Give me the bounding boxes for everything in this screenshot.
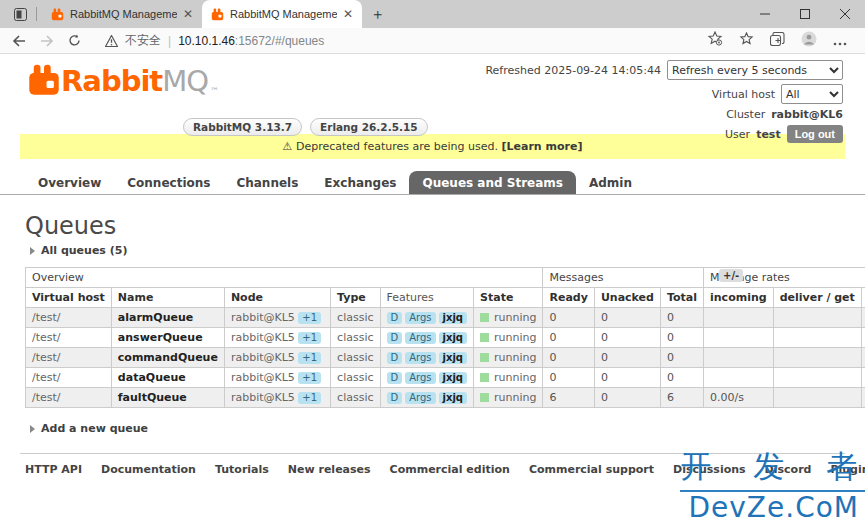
minimize-icon[interactable] [745, 0, 785, 28]
address-bar[interactable]: 不安全 | 10.10.1.46:15672/#/queues [105, 32, 707, 49]
tab-close-icon[interactable]: ✕ [343, 8, 353, 20]
queue-name-link[interactable]: answerQueue [111, 328, 224, 348]
tab-exchanges[interactable]: Exchanges [311, 171, 409, 194]
cluster-label: Cluster [726, 108, 765, 121]
add-new-queue-toggle[interactable]: Add a new queue [30, 422, 865, 435]
policy-badge: jxjq [439, 312, 467, 324]
footer-link[interactable]: New releases [288, 463, 371, 476]
logout-button[interactable]: Log out [787, 125, 843, 143]
banner-text: Deprecated features are being used. [296, 140, 498, 153]
messages-unacked: 0 [594, 368, 660, 388]
refresh-icon[interactable] [68, 34, 81, 47]
messages-unacked: 0 [594, 348, 660, 368]
refresh-interval-select[interactable]: Refresh every 5 seconds [667, 60, 843, 80]
queue-features: DArgsjxjq [380, 328, 474, 348]
tab-admin[interactable]: Admin [576, 171, 645, 194]
rate-ack [861, 368, 865, 388]
new-tab-icon[interactable]: ＋ [370, 5, 385, 24]
browser-tab-active[interactable]: RabbitMQ Management ✕ [202, 0, 362, 28]
tab-channels[interactable]: Channels [223, 171, 311, 194]
col-ready[interactable]: Ready [543, 288, 594, 308]
logo-text-mq: MQ [162, 64, 208, 98]
browser-tab-inactive[interactable]: RabbitMQ Management ✕ [42, 0, 202, 28]
virtual-host-select[interactable]: All [781, 84, 843, 104]
browser-window: RabbitMQ Management ✕ RabbitMQ Managemen… [0, 0, 865, 518]
browser-tab-strip: RabbitMQ Management ✕ RabbitMQ Managemen… [0, 0, 865, 28]
col-type[interactable]: Type [331, 288, 380, 308]
queue-name-link[interactable]: faultQueue [111, 388, 224, 408]
header-controls: Refreshed 2025-09-24 14:05:44 Refresh ev… [485, 60, 843, 147]
rate-incoming [704, 328, 774, 348]
messages-total: 0 [660, 348, 703, 368]
queue-row: /test/commandQueuerabbit@KL5 +1classicDA… [26, 348, 865, 368]
rabbitmq-favicon [211, 8, 224, 21]
queue-name-link[interactable]: dataQueue [111, 368, 224, 388]
back-icon[interactable] [12, 35, 26, 47]
col-incoming[interactable]: incoming [704, 288, 774, 308]
favorites-star-icon[interactable] [739, 32, 754, 50]
close-window-icon[interactable] [825, 0, 865, 28]
collections-icon[interactable] [770, 32, 785, 50]
col-virtual-host[interactable]: Virtual host [26, 288, 112, 308]
page-title: Queues [25, 212, 865, 240]
table-column-header-row: Virtual host Name Node Type Features Sta… [26, 288, 865, 308]
tab-queues-and-streams[interactable]: Queues and Streams [409, 171, 575, 194]
state-green-icon [480, 333, 489, 342]
queue-name-link[interactable]: commandQueue [111, 348, 224, 368]
col-state[interactable]: State [474, 288, 543, 308]
rate-deliver-get [773, 348, 861, 368]
group-messages: Messages [543, 268, 704, 288]
rate-incoming [704, 348, 774, 368]
footer-link[interactable]: Tutorials [215, 463, 269, 476]
col-unacked[interactable]: Unacked [594, 288, 660, 308]
tab-overview[interactable]: Overview [25, 171, 114, 194]
feature-badge-args: Args [405, 352, 435, 364]
not-secure-warning-icon [105, 35, 118, 47]
feature-badge-durable: D [387, 312, 403, 324]
messages-total: 0 [660, 328, 703, 348]
queue-name-link[interactable]: alarmQueue [111, 308, 224, 328]
col-name[interactable]: Name [111, 288, 224, 308]
rabbitmq-logo[interactable]: RabbitMQ ™ [27, 64, 219, 96]
node-count-badge: +1 [298, 332, 321, 344]
tab-connections[interactable]: Connections [114, 171, 223, 194]
queue-state: running [474, 328, 543, 348]
tab-divider [36, 7, 37, 21]
col-ack[interactable]: ack [861, 288, 865, 308]
state-green-icon [480, 373, 489, 382]
state-green-icon [480, 313, 489, 322]
profile-avatar-icon[interactable] [801, 31, 817, 51]
user-name: test [756, 128, 781, 141]
messages-ready: 6 [543, 388, 594, 408]
column-plus-minus-button[interactable]: +/- [719, 269, 743, 282]
queue-row: /test/answerQueuerabbit@KL5 +1classicDAr… [26, 328, 865, 348]
messages-unacked: 0 [594, 388, 660, 408]
col-deliver-get[interactable]: deliver / get [773, 288, 861, 308]
footer-link[interactable]: Commercial support [529, 463, 654, 476]
logo-text-rabbit: Rabbit [61, 64, 162, 98]
tab-close-icon[interactable]: ✕ [183, 8, 193, 20]
tab-actions-icon[interactable] [9, 4, 31, 24]
all-queues-toggle[interactable]: All queues (5) [30, 244, 865, 257]
footer-link[interactable]: Commercial edition [390, 463, 510, 476]
main-nav-tabs: Overview Connections Channels Exchanges … [0, 171, 865, 195]
maximize-icon[interactable] [785, 0, 825, 28]
browser-menu-ellipsis-icon[interactable] [833, 32, 847, 50]
queue-node: rabbit@KL5 +1 [224, 368, 330, 388]
footer-link[interactable]: HTTP API [25, 463, 82, 476]
logo-trademark: ™ [210, 86, 219, 96]
queues-table-container: Overview Messages Message rates Virtual … [25, 267, 865, 408]
forward-icon[interactable] [40, 35, 54, 47]
queue-node: rabbit@KL5 +1 [224, 348, 330, 368]
rate-deliver-get [773, 368, 861, 388]
devze-watermark: 开 发 者 DevZe.CoM [680, 446, 859, 518]
col-node[interactable]: Node [224, 288, 330, 308]
user-label: User [725, 128, 750, 141]
footer-link[interactable]: Documentation [101, 463, 196, 476]
rabbitmq-version-badge: RabbitMQ 3.13.7 [183, 118, 302, 136]
messages-unacked: 0 [594, 308, 660, 328]
col-total[interactable]: Total [660, 288, 703, 308]
site-favorite-gear-icon[interactable] [707, 31, 723, 50]
rate-ack [861, 388, 865, 408]
queue-vhost: /test/ [26, 368, 112, 388]
